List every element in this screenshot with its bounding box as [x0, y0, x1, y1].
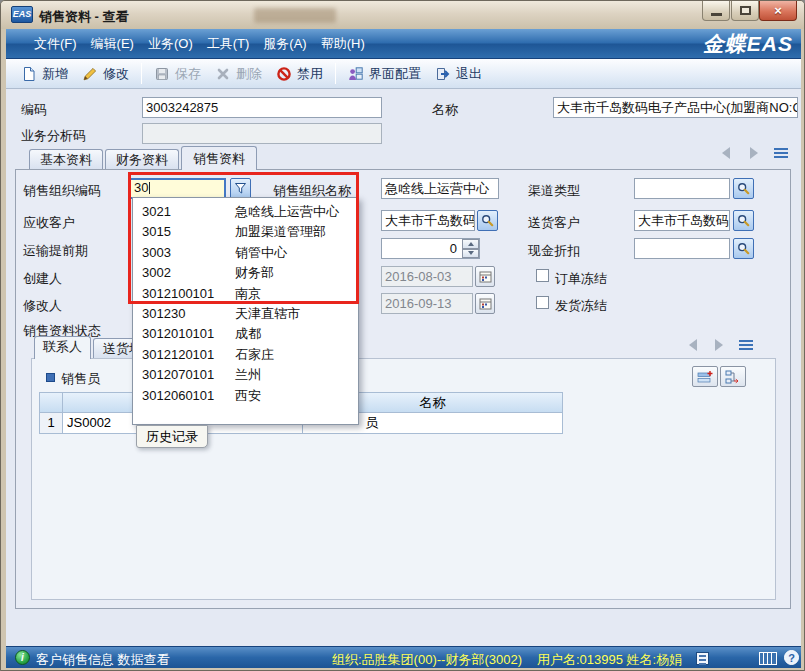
tab-basic-info[interactable]: 基本资料: [29, 149, 103, 170]
receivable-customer-field[interactable]: 大丰市千岛数码电: [381, 210, 475, 231]
titlebar[interactable]: EAS 销售资料 - 查看 ×: [1, 1, 805, 29]
status-user: 用户名:013995 姓名:杨娟: [537, 651, 682, 669]
name-field[interactable]: 大丰市千岛数码电子产品中心(加盟商NO:CH: [553, 97, 798, 118]
list-icon[interactable]: [774, 148, 788, 159]
menu-file[interactable]: 文件(F): [28, 32, 83, 56]
next-arrow-icon[interactable]: [715, 339, 723, 351]
channel-type-lookup-button[interactable]: [733, 178, 754, 199]
transport-lead-stepper[interactable]: [462, 239, 479, 258]
new-doc-icon: [21, 66, 37, 82]
prev-arrow-icon[interactable]: [722, 147, 730, 159]
save-button[interactable]: 保存: [147, 62, 208, 86]
close-icon: ×: [760, 1, 796, 20]
brand-logo: 金蝶EAS: [703, 30, 793, 58]
lookup-funnel-icon: [234, 182, 247, 195]
grid-window-icon[interactable]: [759, 652, 777, 665]
row-number-cell: 1: [39, 413, 63, 434]
name-label: 名称: [432, 101, 458, 119]
org-code-label: 销售组织编码: [23, 182, 101, 200]
calendar-icon: [479, 297, 492, 310]
dropdown-item[interactable]: 3012120101石家庄: [133, 345, 358, 365]
modify-label: 修改: [103, 65, 129, 83]
text-caret: [149, 182, 150, 194]
insert-row-button[interactable]: [692, 366, 718, 387]
item-name: 天津直辖市: [235, 304, 300, 324]
modifier-label: 修改人: [23, 297, 62, 315]
delivery-customer-lookup-button[interactable]: [733, 210, 754, 231]
dropdown-item[interactable]: 3003销管中心: [133, 243, 358, 263]
info-icon: i: [15, 650, 30, 665]
receivable-customer-lookup-button[interactable]: [477, 210, 498, 231]
tab-sales-info[interactable]: 销售资料: [181, 146, 257, 170]
new-label: 新增: [42, 65, 68, 83]
window-title: 销售资料 - 查看: [39, 8, 129, 26]
item-name: 兰州: [235, 365, 261, 385]
item-name: 加盟渠道管理部: [235, 222, 326, 242]
list-icon[interactable]: [739, 340, 753, 351]
org-code-text: 30: [134, 180, 148, 195]
close-button[interactable]: ×: [759, 1, 797, 21]
spinner-down-icon[interactable]: [462, 249, 479, 259]
dropdown-item[interactable]: 3012060101西安: [133, 386, 358, 406]
statusbar: i 客户销售信息 数据查看 组织:品胜集团(00)--财务部(3002) 用户名…: [6, 646, 801, 668]
menu-help[interactable]: 帮助(H): [315, 32, 371, 56]
hierarchy-button[interactable]: [720, 366, 746, 387]
item-name: 财务部: [235, 263, 274, 283]
dropdown-item[interactable]: 301230天津直辖市: [133, 304, 358, 324]
delivery-customer-label: 送货客户: [528, 214, 580, 232]
dropdown-item[interactable]: 3012070101兰州: [133, 365, 358, 385]
delivery-freeze-checkbox[interactable]: [536, 296, 549, 309]
cash-discount-field[interactable]: [634, 238, 730, 259]
modify-date-calendar-button[interactable]: [475, 293, 495, 314]
insert-row-icon: [697, 370, 713, 384]
calendar-icon: [479, 270, 492, 283]
ui-config-button[interactable]: 界面配置: [341, 62, 428, 86]
log-icon[interactable]: [696, 652, 709, 665]
item-name: 南京: [235, 284, 261, 304]
menu-tools[interactable]: 工具(T): [201, 32, 256, 56]
dropdown-item[interactable]: 3012010101成都: [133, 324, 358, 344]
order-freeze-checkbox[interactable]: [536, 269, 549, 282]
org-name-field[interactable]: 急啥线上运营中心: [381, 178, 499, 199]
maximize-button[interactable]: [731, 1, 759, 21]
channel-type-field[interactable]: [634, 178, 730, 199]
org-code-lookup-button[interactable]: [230, 178, 251, 199]
disable-button[interactable]: 禁用: [269, 62, 330, 86]
dropdown-item[interactable]: 3002财务部: [133, 263, 358, 283]
item-code: 301230: [133, 306, 185, 321]
hierarchy-icon: [725, 370, 741, 384]
main-content: 编码 3003242875 名称 大丰市千岛数码电子产品中心(加盟商NO:CH …: [6, 89, 801, 646]
history-record-tab[interactable]: 历史记录: [136, 425, 208, 448]
menu-service[interactable]: 服务(A): [257, 32, 312, 56]
exit-button[interactable]: 退出: [428, 62, 489, 86]
create-date-calendar-button[interactable]: [475, 266, 495, 287]
prev-arrow-icon[interactable]: [689, 339, 697, 351]
dropdown-item[interactable]: 3015加盟渠道管理部: [133, 222, 358, 242]
modify-button[interactable]: 修改: [75, 62, 136, 86]
tab-finance-info[interactable]: 财务资料: [105, 149, 179, 170]
code-field[interactable]: 3003242875: [142, 97, 382, 118]
item-code: 3021: [133, 204, 171, 219]
next-arrow-icon[interactable]: [750, 147, 758, 159]
delivery-customer-field[interactable]: 大丰市千岛数码电: [634, 210, 730, 231]
pencil-icon: [82, 66, 98, 82]
help-icon[interactable]: ?: [784, 650, 799, 665]
dropdown-item[interactable]: 3012100101南京: [133, 284, 358, 304]
tab-contacts[interactable]: 联系人: [34, 336, 91, 359]
section-bullet-icon: [46, 373, 55, 382]
new-button[interactable]: 新增: [14, 62, 75, 86]
org-code-input[interactable]: 30: [129, 178, 226, 199]
menu-business[interactable]: 业务(O): [142, 32, 199, 56]
menu-edit[interactable]: 编辑(E): [85, 32, 140, 56]
status-message: 客户销售信息 数据查看: [36, 651, 170, 669]
toolbar-separator: [335, 63, 336, 84]
dropdown-item[interactable]: 3021急啥线上运营中心: [133, 202, 358, 222]
cash-discount-lookup-button[interactable]: [733, 238, 754, 259]
minimize-icon: [711, 13, 722, 16]
item-code: 3003: [133, 245, 171, 260]
code-label: 编码: [21, 101, 47, 119]
delete-button[interactable]: 删除: [208, 62, 269, 86]
item-code: 3012070101: [133, 367, 214, 382]
minimize-button[interactable]: [702, 1, 730, 21]
spinner-up-icon[interactable]: [462, 239, 479, 249]
